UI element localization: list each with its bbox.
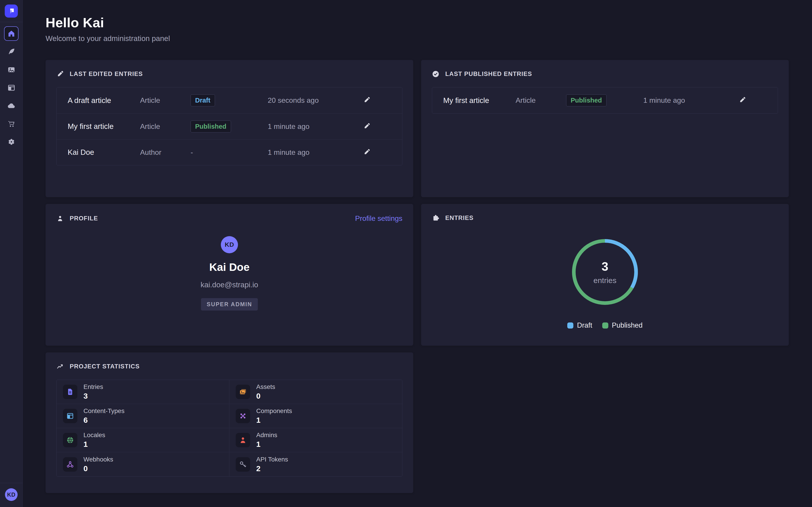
stat-value: 3 [84,392,103,400]
status-badge-published: Published [566,95,607,106]
cloud-icon [7,102,15,110]
entry-time: 20 seconds ago [268,96,362,105]
entries-total: 3 [602,259,608,273]
status-badge-draft: Draft [191,95,215,106]
stats-grid: Entries 3 [56,380,402,476]
app-window: KD Hello Kai Welcome to your administrat… [0,0,812,507]
donut-chart: 3 entries [568,235,642,309]
stat-label: Content-Types [84,407,124,414]
pictures-icon [239,388,247,396]
profile-body: KD Kai Doe kai.doe@strapi.io SUPER ADMIN [56,223,402,311]
legend-swatch-published [602,323,608,329]
profile-settings-link[interactable]: Profile settings [355,214,402,223]
table-row: Kai Doe Author - 1 minute ago [57,139,402,165]
user-icon [239,436,247,444]
stat-value: 0 [256,392,275,400]
status-badge-published: Published [191,121,231,132]
stat-label: Admins [256,432,277,439]
strapi-logo-icon [7,7,15,15]
profile-name: Kai Doe [209,261,250,273]
table-row: My first article Article Published 1 min… [432,88,778,113]
stat-entries: Entries 3 [57,380,230,404]
sidebar-item-marketplace[interactable] [4,116,18,131]
entry-kind: Article [140,96,191,105]
edit-entry-button[interactable] [362,148,371,157]
stat-label: Entries [84,383,103,391]
profile-email: kai.doe@strapi.io [201,281,258,289]
stat-value: 0 [84,464,113,473]
sidebar-item-settings[interactable] [4,134,18,149]
legend-label: Published [612,321,643,329]
entry-kind: Article [140,122,191,131]
globe-icon [66,436,74,444]
puzzle-icon [432,214,439,222]
sidebar-nav [4,26,18,149]
edit-entry-button[interactable] [738,96,747,105]
panel-title: LAST EDITED ENTRIES [70,70,143,77]
stat-label: Locales [84,432,105,439]
panel-title: PROFILE [70,215,98,222]
panel-title: LAST PUBLISHED ENTRIES [445,70,532,77]
user-avatar-button[interactable]: KD [5,488,17,501]
feather-icon [7,48,15,56]
main-content: Hello Kai Welcome to your administration… [23,0,812,507]
status-empty: - [191,148,193,156]
gear-icon [7,138,15,146]
images-icon [7,66,15,74]
strapi-logo[interactable] [5,4,18,17]
page-title: Hello Kai [46,15,789,31]
panel-last-edited-entries: LAST EDITED ENTRIES A draft article Arti… [46,60,413,197]
stat-value: 1 [84,440,105,449]
stat-label: Assets [256,383,275,391]
edit-entry-button[interactable] [362,96,371,105]
edit-entry-button[interactable] [362,122,371,131]
panel-header: LAST PUBLISHED ENTRIES [432,70,778,78]
stat-locales: Locales 1 [57,428,230,452]
panel-header: LAST EDITED ENTRIES [56,70,402,78]
check-circle-icon [432,70,439,78]
entry-name: My first article [443,96,516,105]
components-icon [239,412,247,420]
sidebar-item-content-type-builder[interactable] [4,80,18,95]
trend-up-icon [56,363,64,370]
sidebar-item-media-library[interactable] [4,62,18,77]
stat-assets: Assets 0 [230,380,402,404]
entry-kind: Article [516,96,566,105]
role-badge: SUPER ADMIN [201,298,258,311]
cart-icon [7,120,15,128]
page-subtitle: Welcome to your administration panel [46,34,789,43]
sidebar-item-content-manager[interactable] [4,44,18,59]
last-edited-table: A draft article Article Draft 20 seconds… [56,87,402,165]
stat-label: Components [256,407,292,414]
stat-label: API Tokens [256,456,288,463]
panel-profile: PROFILE Profile settings KD Kai Doe kai.… [46,204,413,346]
document-icon [66,388,74,396]
stat-value: 1 [256,440,277,449]
stat-value: 2 [256,464,288,473]
entry-name: My first article [68,122,140,131]
layout-icon [7,83,15,92]
entries-total-label: entries [594,276,616,285]
panel-header: PROFILE Profile settings [56,214,402,223]
layout-icon [66,412,74,420]
chart-legend: Draft Published [567,321,642,329]
entry-time: 1 minute ago [268,148,362,157]
stat-components: Components 1 [230,404,402,428]
sidebar-item-home[interactable] [4,26,18,41]
entry-name: A draft article [68,96,140,105]
stat-content-types: Content-Types 6 [57,404,230,428]
sidebar-footer-divider [0,483,22,483]
avatar: KD [221,236,238,253]
pencil-icon [363,123,370,130]
entry-time: 1 minute ago [268,122,362,131]
table-row: A draft article Article Draft 20 seconds… [57,88,402,113]
sidebar: KD [0,0,23,507]
legend-swatch-draft [567,323,573,329]
entry-kind: Author [140,148,191,157]
panel-header: PROJECT STATISTICS [56,363,402,370]
legend-item-published: Published [602,321,643,329]
entry-name: Kai Doe [68,148,140,157]
sidebar-footer: KD [0,483,22,507]
panel-entries-chart: ENTRIES 3 entries [421,204,789,346]
sidebar-item-deploy[interactable] [4,99,18,113]
